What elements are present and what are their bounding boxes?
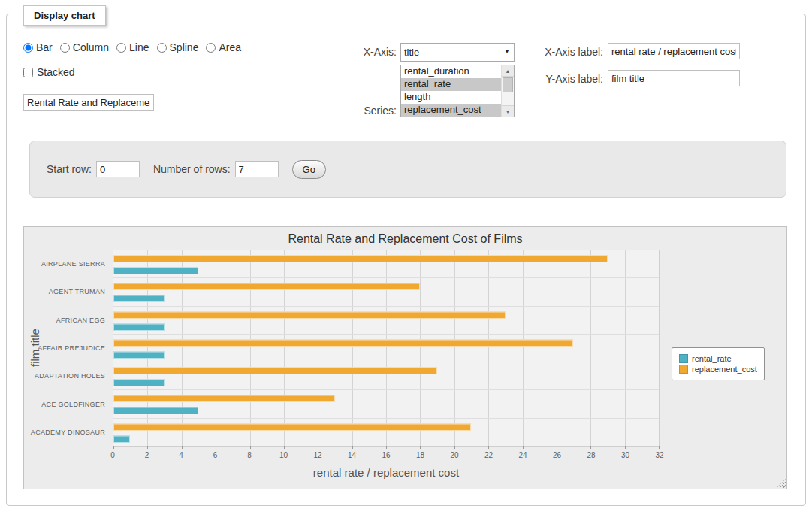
bar-rental_rate[interactable]	[113, 435, 130, 443]
stacked-checkbox[interactable]	[23, 68, 33, 77]
chart-type-column[interactable]: Column	[60, 41, 109, 53]
legend-item-rental_rate[interactable]: rental_rate	[679, 354, 757, 363]
scroll-down-icon[interactable]: ▼	[502, 105, 514, 117]
xaxis-label-label: X-Axis label:	[503, 46, 603, 58]
category-label: AFRICAN EGG	[42, 306, 111, 334]
x-tick-mark	[352, 446, 353, 449]
x-tick-label: 10	[279, 451, 288, 459]
xaxis-label-input[interactable]	[608, 43, 740, 59]
category-labels: AIRPLANE SIERRAAGENT TRUMANAFRICAN EGGAF…	[42, 250, 111, 447]
category-label: AIRPLANE SIERRA	[42, 250, 111, 277]
chart-legend: rental_ratereplacement_cost	[672, 347, 765, 380]
bar-group	[113, 278, 659, 306]
category-label: ACADEMY DINOSAUR	[42, 419, 111, 447]
x-tick-label: 24	[518, 451, 527, 459]
go-button[interactable]: Go	[292, 160, 326, 179]
category-label: ADAPTATION HOLES	[42, 362, 111, 390]
bar-rental_rate[interactable]	[113, 379, 165, 386]
bar-groups	[113, 250, 659, 446]
start-row-label: Start row:	[47, 163, 92, 175]
chart-type-column-label: Column	[73, 41, 109, 53]
chart-type-options: Bar Column Line Spline Area	[23, 41, 249, 53]
bar-group	[113, 362, 659, 390]
xaxis-select-wrap: title ▼	[400, 43, 515, 62]
chart-type-area-label: Area	[219, 41, 241, 53]
num-rows-input[interactable]	[235, 161, 279, 177]
chart-panel: Rental Rate and Replacement Cost of Film…	[23, 226, 787, 489]
series-option-replacement_cost[interactable]: replacement_cost	[401, 104, 501, 117]
series-listbox[interactable]: rental_durationrental_ratelengthreplacem…	[400, 65, 515, 117]
yaxis-label-input[interactable]	[608, 70, 740, 86]
xaxis-select[interactable]: title	[400, 43, 515, 62]
category-label: AFFAIR PREJUDICE	[42, 334, 111, 362]
series-option-rental_duration[interactable]: rental_duration	[401, 65, 501, 78]
x-tick-label: 12	[313, 451, 321, 459]
bar-replacement_cost[interactable]	[113, 395, 335, 402]
series-label: Series:	[335, 105, 397, 117]
x-tick-mark	[250, 446, 251, 449]
chart-type-bar[interactable]: Bar	[23, 41, 53, 53]
xaxis-tick-labels: 02468101214161820222426283032	[113, 451, 660, 460]
bar-group	[113, 335, 659, 362]
category-label: ACE GOLDFINGER	[42, 390, 111, 418]
chart-type-line-label: Line	[129, 41, 149, 53]
legend-swatch	[679, 354, 688, 363]
yaxis-label-label: Y-Axis label:	[503, 73, 603, 85]
x-tick-label: 0	[110, 451, 115, 459]
x-tick-mark	[557, 446, 557, 449]
bar-rental_rate[interactable]	[113, 351, 165, 359]
chart-title: Rental Rate and Replacement Cost of Film…	[24, 232, 786, 246]
chart-type-line-radio[interactable]	[116, 43, 126, 53]
x-tick-mark	[454, 446, 455, 449]
bar-group	[113, 419, 659, 446]
bar-rental_rate[interactable]	[113, 267, 198, 274]
chart-type-spline[interactable]: Spline	[157, 41, 199, 53]
bar-replacement_cost[interactable]	[113, 423, 471, 431]
chart-type-area-radio[interactable]	[206, 43, 216, 53]
xaxis-title: rental rate / replacement cost	[113, 466, 660, 479]
plot-area	[113, 250, 660, 447]
chart-type-spline-label: Spline	[170, 41, 199, 53]
x-tick-label: 30	[621, 451, 629, 459]
bar-rental_rate[interactable]	[113, 407, 198, 414]
chart-type-line[interactable]: Line	[116, 41, 149, 53]
x-tick-mark	[659, 446, 660, 449]
chart-title-input[interactable]	[23, 94, 154, 111]
bar-replacement_cost[interactable]	[113, 367, 437, 374]
display-chart-panel: Display chart Bar Column Line Spline Are…	[6, 14, 806, 506]
x-tick-mark	[318, 446, 318, 449]
x-tick-label: 28	[587, 451, 595, 459]
x-tick-label: 32	[655, 451, 663, 459]
bar-rental_rate[interactable]	[113, 323, 165, 331]
x-tick-mark	[625, 446, 626, 449]
x-tick-label: 2	[145, 451, 149, 459]
x-tick-mark	[113, 446, 114, 449]
start-row-input[interactable]	[96, 161, 140, 177]
x-tick-mark	[182, 446, 183, 449]
bar-replacement_cost[interactable]	[113, 255, 608, 262]
bar-replacement_cost[interactable]	[113, 339, 573, 347]
bar-rental_rate[interactable]	[113, 295, 165, 302]
x-tick-label: 6	[213, 451, 218, 459]
chart-type-area[interactable]: Area	[206, 41, 241, 53]
bar-replacement_cost[interactable]	[113, 311, 506, 319]
bar-replacement_cost[interactable]	[113, 283, 420, 290]
resize-handle-icon[interactable]	[777, 479, 786, 488]
x-tick-label: 8	[247, 451, 252, 459]
chart-type-column-radio[interactable]	[60, 43, 70, 53]
x-tick-mark	[488, 446, 489, 449]
series-option-length[interactable]: length	[401, 91, 501, 104]
bar-group	[113, 250, 659, 278]
legend-label: rental_rate	[692, 354, 732, 363]
x-tick-mark	[590, 446, 591, 449]
category-label: AGENT TRUMAN	[42, 277, 111, 305]
stacked-option[interactable]: Stacked	[23, 66, 75, 78]
x-tick-label: 4	[179, 451, 183, 459]
chart-type-spline-radio[interactable]	[157, 43, 167, 53]
legend-swatch	[679, 365, 688, 374]
x-tick-mark	[523, 446, 524, 449]
chart-type-bar-radio[interactable]	[23, 43, 33, 53]
series-option-rental_rate[interactable]: rental_rate	[401, 78, 501, 91]
legend-item-replacement_cost[interactable]: replacement_cost	[679, 365, 757, 374]
panel-legend: Display chart	[23, 5, 106, 26]
